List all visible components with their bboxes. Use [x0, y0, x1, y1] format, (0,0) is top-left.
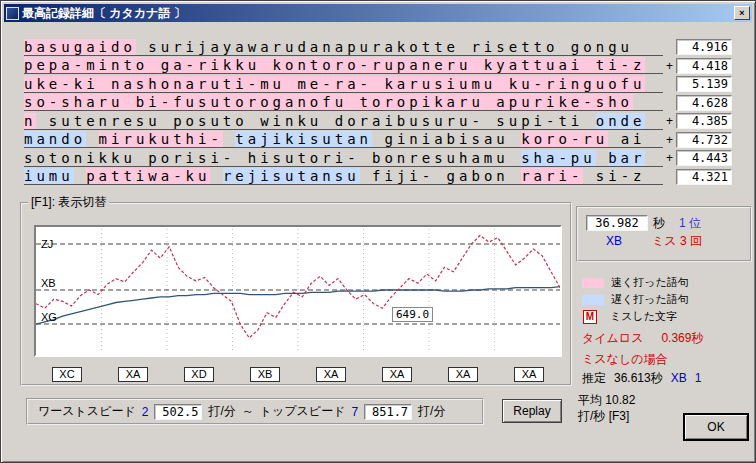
typing-segment: sotonikku porisi- hisutori- bonresuhamu	[24, 150, 521, 166]
typing-segment-slow: onde	[596, 113, 646, 129]
typing-segment: giniabisau	[372, 131, 521, 147]
typing-line-text: n sutenresu posuto winku doraibusuru- su…	[24, 113, 663, 130]
result-grade-row: XB ミス 3 回	[586, 232, 742, 250]
typing-line: pepa-minto ga-rikku kontoro-rupaneru kya…	[24, 57, 732, 76]
line-time-box: 4.385	[676, 113, 732, 129]
fast-legend-label: 速く打った語句	[611, 275, 689, 290]
typing-segment-slow: sha-pu	[521, 150, 596, 166]
typing-segment	[74, 168, 86, 184]
typing-segment: ai	[608, 131, 645, 147]
plus-marker: +	[663, 151, 676, 165]
speed-chart-svg: ZJ XB XG	[36, 227, 560, 355]
typing-segment	[86, 131, 98, 147]
replay-button[interactable]: Replay	[502, 399, 562, 423]
legend: 速く打った語句 遅く打った語句 M ミスした文字	[582, 274, 689, 325]
typing-line-text: uke-ki nashonaruti-mu me-ra- karusiumu k…	[24, 76, 663, 93]
result-time-row: 36.982 秒 1 位	[586, 214, 742, 232]
section-rank-boxes: XCXAXDXBXAXAXAXA	[34, 367, 562, 382]
miss-count: ミス 3 回	[652, 233, 702, 250]
line-time-box: 4.916	[676, 39, 732, 55]
average-speed-text: 平均 10.82 打/秒 [F3]	[578, 392, 635, 424]
slow-legend-label: 遅く打った語句	[611, 292, 689, 307]
fast-words-swatch	[582, 278, 604, 288]
line-time-box: 5.139	[676, 76, 732, 92]
typing-segment-fast: basugaido	[24, 39, 136, 55]
plus-marker: +	[663, 133, 676, 147]
y-label-xg: XG	[41, 311, 57, 323]
estimate-grade: XB	[671, 371, 687, 385]
worst-speed-label: ワーストスピード	[38, 403, 136, 420]
section-rank-box: XA	[118, 367, 148, 382]
top-speed-label: トップスピード	[260, 403, 346, 420]
line-time-box: 4.321	[676, 169, 732, 185]
app-icon	[6, 7, 19, 20]
typing-line: basugaido surijayawarudanapurakotte rise…	[24, 38, 732, 57]
ok-button[interactable]: OK	[684, 414, 748, 440]
dialog-body: basugaido surijayawarudanapurakotte rise…	[4, 22, 752, 459]
top-speed-value: 851.7	[364, 404, 412, 420]
y-label-zj: ZJ	[41, 238, 53, 250]
miss-legend-label: ミスした文字	[610, 309, 677, 324]
section-rank-box: XC	[52, 367, 82, 382]
typing-line: iumu pattiwa-ku rejisutansu fiji- gabon …	[24, 168, 732, 187]
typing-line: mando mirukuthi- tajikisutan giniabisau …	[24, 131, 732, 150]
seconds-label: 秒	[653, 215, 665, 232]
typing-line: sotonikku porisi- hisutori- bonresuhamu …	[24, 149, 732, 168]
typing-segment-fast: koro-ru	[521, 131, 608, 147]
typing-line: uke-ki nashonaruti-mu me-ra- karusiumu k…	[24, 75, 732, 94]
timeloss-label: タイムロス	[582, 331, 643, 345]
instant-speed-line	[36, 235, 560, 338]
timeloss-value: 0.369秒	[661, 331, 703, 345]
graph-groupbox-label: [F1]: 表示切替	[28, 194, 109, 211]
typing-segment	[596, 150, 608, 166]
typing-lines: basugaido surijayawarudanapurakotte rise…	[24, 38, 732, 186]
typing-segment-fast: n	[24, 113, 36, 129]
plus-marker: +	[663, 59, 676, 73]
estimate-rank: 1	[695, 371, 702, 385]
typing-line-text: basugaido surijayawarudanapurakotte rise…	[24, 39, 663, 56]
average-line1: 平均 10.82	[578, 392, 635, 408]
section-rank-box: XA	[316, 367, 346, 382]
typing-line-text: iumu pattiwa-ku rejisutansu fiji- gabon …	[24, 168, 663, 185]
typing-line: so-sharu bi-fusutoroganofu toropikaru ap…	[24, 94, 732, 113]
speed-chart: ZJ XB XG 649.0	[34, 225, 562, 357]
y-label-xb: XB	[41, 277, 56, 289]
typing-segment-fast: rari-	[521, 168, 583, 184]
speed-marker-value: 649.0	[392, 307, 433, 322]
result-panel: 36.982 秒 1 位 XB ミス 3 回	[576, 206, 752, 262]
section-separators	[102, 229, 495, 353]
worst-line-index: 2	[142, 405, 149, 419]
typing-segment: sutenresu posuto winku doraibusuru- supi…	[36, 113, 595, 129]
close-button[interactable]: ×	[734, 6, 750, 20]
worst-speed-unit: 打/分	[208, 403, 235, 420]
graph-groupbox: [F1]: 表示切替 ZJ XB XG 649.0 XCXAXDXBXAXAXA…	[20, 194, 572, 386]
typing-segment-fast: pepa-minto ga-rikku kontoro-rupaneru kya…	[24, 57, 645, 73]
typing-line-text: mando mirukuthi- tajikisutan giniabisau …	[24, 131, 663, 148]
line-time-box: 4.418	[676, 58, 732, 74]
typing-segment-slow: rejisutansu	[223, 168, 360, 184]
titlebar[interactable]: 最高記録詳細〔 カタカナ語 〕 ×	[4, 4, 752, 22]
average-line2: 打/秒 [F3]	[578, 408, 635, 424]
record-detail-window: 最高記録詳細〔 カタカナ語 〕 × basugaido surijayawaru…	[0, 0, 756, 463]
slow-words-swatch	[582, 295, 604, 305]
typing-segment-fast: mirukuthi-	[99, 131, 223, 147]
typing-segment: si-z	[583, 168, 645, 184]
top-line-index: 7	[351, 405, 358, 419]
rank-place: 1 位	[679, 215, 701, 232]
typing-segment-slow: tajikisutan	[235, 131, 372, 147]
typing-segment: surijayawarudanapurakotte risetto gongu	[136, 39, 633, 55]
typing-segment-fast: uke-ki nashonaruti-mu me-ra- karusiumu k…	[24, 76, 645, 92]
nomiss-label: ミスなしの場合	[582, 351, 667, 368]
section-rank-box: XB	[250, 367, 280, 382]
worst-speed-value: 502.5	[154, 404, 202, 420]
typing-segment-fast: pattiwa-ku	[86, 168, 210, 184]
typing-segment	[223, 131, 235, 147]
section-rank-box: XA	[448, 367, 478, 382]
typing-segment: fiji- gabon	[360, 168, 522, 184]
typing-segment-slow: mando	[24, 131, 86, 147]
plus-marker: +	[663, 114, 676, 128]
typing-line-text: sotonikku porisi- hisutori- bonresuhamu …	[24, 150, 663, 167]
line-time-box: 4.732	[676, 132, 732, 148]
line-time-box: 4.628	[676, 95, 732, 111]
typing-line: n sutenresu posuto winku doraibusuru- su…	[24, 112, 732, 131]
